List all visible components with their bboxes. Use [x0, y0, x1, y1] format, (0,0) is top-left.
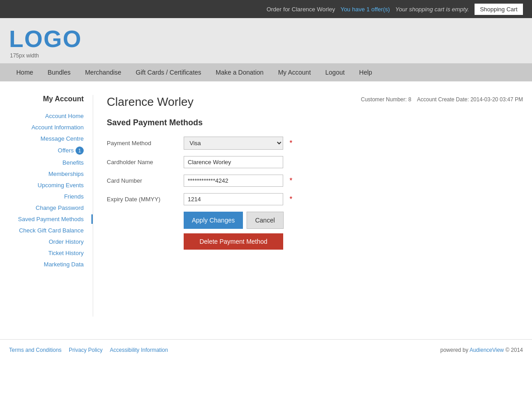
shopping-cart-button[interactable]: Shopping Cart [475, 4, 523, 15]
nav-my-account[interactable]: My Account [271, 63, 318, 81]
payment-method-required: * [290, 139, 292, 147]
customer-name: Clarence Worley [107, 95, 194, 109]
apply-changes-button[interactable]: Apply Changes [184, 212, 243, 229]
footer-terms[interactable]: Terms and Conditions [9, 347, 62, 353]
card-number-label: Card Number [107, 177, 179, 184]
card-number-row: Card Number * [107, 175, 523, 187]
nav-gift-cards[interactable]: Gift Cards / Certificates [128, 63, 209, 81]
nav-home[interactable]: Home [9, 63, 40, 81]
sidebar-item-offers[interactable]: Offers1 [9, 144, 93, 157]
nav: Home Bundles Merchandise Gift Cards / Ce… [0, 63, 532, 81]
payment-method-select[interactable]: Visa MasterCard Amex Discover [184, 137, 283, 150]
cardholder-name-label: Cardholder Name [107, 159, 179, 166]
top-bar: Order for Clarence Worley You have 1 off… [0, 0, 532, 18]
sidebar-item-check-gift-card-balance[interactable]: Check Gift Card Balance [9, 225, 93, 236]
sidebar-item-benefits[interactable]: Benefits [9, 157, 93, 168]
customer-number-label: Customer Number: [361, 96, 407, 103]
footer: Terms and Conditions Privacy Policy Acce… [0, 339, 532, 360]
payment-method-row: Payment Method Visa MasterCard Amex Disc… [107, 137, 523, 150]
account-create-date: 2014-03-20 03:47 PM [470, 96, 523, 103]
logo: LOGO [9, 27, 523, 51]
sidebar-item-order-history[interactable]: Order History [9, 236, 93, 247]
delete-payment-method-button[interactable]: Delete Payment Method [184, 233, 283, 250]
brand-link[interactable]: AudienceView [470, 347, 504, 353]
expiry-date-row: Expiry Date (MMYY) * [107, 193, 523, 205]
footer-right: powered by AudienceView © 2014 [440, 347, 523, 353]
nav-donation[interactable]: Make a Donation [209, 63, 271, 81]
powered-by-text: powered by [440, 347, 468, 353]
cardholder-name-input[interactable] [184, 156, 283, 168]
sidebar-item-upcoming-events[interactable]: Upcoming Events [9, 180, 93, 191]
sidebar-item-saved-payment-methods[interactable]: Saved Payment Methods [9, 213, 93, 225]
sidebar-item-account-information[interactable]: Account Information [9, 122, 93, 133]
account-meta: Customer Number: 8 Account Create Date: … [361, 95, 523, 105]
card-number-required: * [290, 177, 292, 185]
footer-accessibility[interactable]: Accessibility Information [110, 347, 168, 353]
sidebar-item-change-password[interactable]: Change Password [9, 202, 93, 213]
nav-help[interactable]: Help [352, 63, 380, 81]
payment-method-label: Payment Method [107, 140, 179, 147]
account-create-label: Account Create Date: [417, 96, 469, 103]
sidebar: My Account Account Home Account Informat… [9, 95, 93, 317]
content-area: Clarence Worley Customer Number: 8 Accou… [93, 95, 523, 317]
nav-logout[interactable]: Logout [318, 63, 352, 81]
sidebar-item-memberships[interactable]: Memberships [9, 168, 93, 180]
section-title: Saved Payment Methods [107, 118, 523, 128]
sidebar-item-account-home[interactable]: Account Home [9, 110, 93, 122]
sidebar-item-ticket-history[interactable]: Ticket History [9, 247, 93, 259]
customer-number-value: 8 [408, 96, 411, 103]
sidebar-title: My Account [9, 95, 93, 103]
logo-subtitle: 175px width [10, 52, 523, 59]
offers-badge: 1 [76, 147, 84, 155]
delete-button-row: Delete Payment Method [184, 233, 523, 250]
main: My Account Account Home Account Informat… [0, 81, 532, 330]
nav-bundles[interactable]: Bundles [40, 63, 78, 81]
expiry-date-required: * [290, 195, 292, 204]
header: LOGO 175px width [0, 18, 532, 63]
card-number-input[interactable] [184, 175, 283, 187]
expiry-date-input[interactable] [184, 193, 283, 205]
sidebar-item-message-centre[interactable]: Message Centre [9, 133, 93, 144]
nav-merchandise[interactable]: Merchandise [78, 63, 128, 81]
offers-link[interactable]: You have 1 offer(s) [341, 6, 390, 13]
copyright-year: © 2014 [505, 347, 523, 353]
order-text: Order for Clarence Worley [266, 6, 335, 13]
action-buttons: Apply Changes Cancel [184, 212, 523, 229]
sidebar-item-friends[interactable]: Friends [9, 191, 93, 202]
footer-privacy[interactable]: Privacy Policy [69, 347, 103, 353]
footer-links: Terms and Conditions Privacy Policy Acce… [9, 347, 168, 353]
cardholder-name-row: Cardholder Name [107, 156, 523, 168]
sidebar-item-marketing-data[interactable]: Marketing Data [9, 259, 93, 270]
customer-info: Clarence Worley Customer Number: 8 Accou… [107, 95, 523, 109]
expiry-date-label: Expiry Date (MMYY) [107, 196, 179, 203]
cancel-button[interactable]: Cancel [247, 212, 284, 229]
cart-text: Your shopping cart is empty. [395, 6, 469, 13]
